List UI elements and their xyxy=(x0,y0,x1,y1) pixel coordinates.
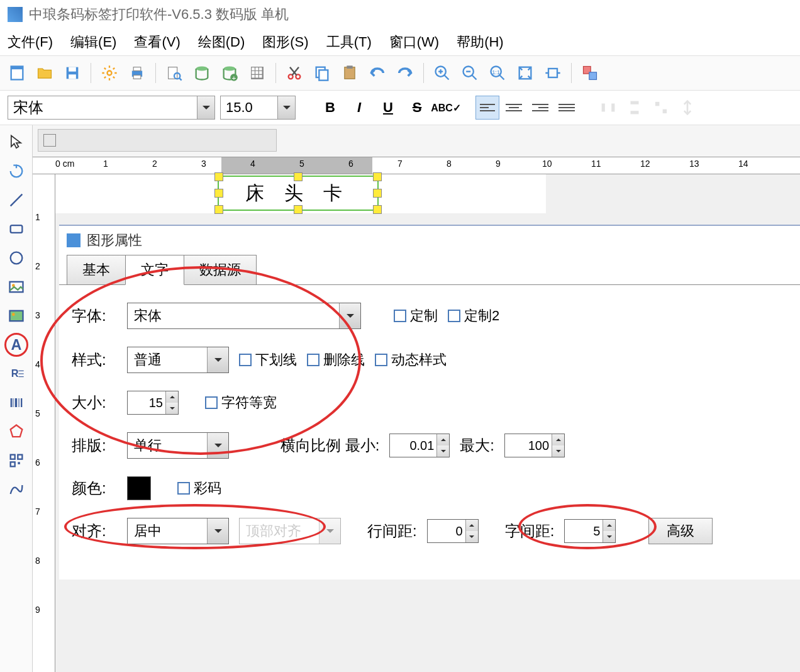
font-name-combo[interactable]: 宋体 xyxy=(8,96,215,120)
spin-up-icon[interactable] xyxy=(552,434,564,445)
bold-button[interactable]: B xyxy=(318,96,342,120)
resize-handle-br[interactable] xyxy=(373,205,382,214)
align-right-button[interactable] xyxy=(528,96,552,120)
menu-tool[interactable]: 工具(T) xyxy=(326,33,372,52)
menu-view[interactable]: 查看(V) xyxy=(134,33,180,52)
preview-button[interactable] xyxy=(162,61,186,85)
tab-basic[interactable]: 基本 xyxy=(67,255,126,285)
menu-draw[interactable]: 绘图(D) xyxy=(198,33,245,52)
size-spinner[interactable] xyxy=(127,391,179,415)
dropdown-arrow-icon[interactable] xyxy=(339,303,360,328)
select-tool[interactable] xyxy=(4,130,28,154)
zoom-reset-button[interactable]: 1:1 xyxy=(486,61,509,85)
tab-datasource[interactable]: 数据源 xyxy=(184,255,257,285)
align-left-button[interactable] xyxy=(475,96,499,120)
align-justify-button[interactable] xyxy=(555,96,579,120)
picture-tool[interactable] xyxy=(4,304,28,328)
color-swatch[interactable] xyxy=(127,476,151,500)
strike-button[interactable]: S xyxy=(405,96,429,120)
hratio-max-spinner[interactable] xyxy=(504,434,565,457)
print-button[interactable] xyxy=(125,61,149,85)
zoom-in-button[interactable] xyxy=(430,61,454,85)
strike-checkbox[interactable]: 删除线 xyxy=(307,350,365,369)
spin-up-icon[interactable] xyxy=(603,520,615,531)
grid-button[interactable] xyxy=(245,61,269,85)
menu-window[interactable]: 窗口(W) xyxy=(389,33,439,52)
spellcheck-button[interactable]: ABC✓ xyxy=(434,96,458,120)
richtext-tool[interactable]: R xyxy=(4,362,28,386)
char-spacing-spinner[interactable] xyxy=(564,519,616,543)
resize-handle-bl[interactable] xyxy=(214,205,223,214)
dropdown-arrow-icon[interactable] xyxy=(277,96,295,119)
spin-up-icon[interactable] xyxy=(466,520,478,531)
line-spacing-spinner[interactable] xyxy=(427,519,479,543)
resize-handle-tl[interactable] xyxy=(214,172,223,181)
tab-text[interactable]: 文字 xyxy=(125,255,184,285)
ellipse-tool[interactable] xyxy=(4,246,28,270)
underline-checkbox[interactable]: 下划线 xyxy=(239,350,297,369)
redo-button[interactable] xyxy=(393,61,417,85)
font-size-combo[interactable]: 15.0 xyxy=(220,96,296,120)
resize-handle-mr[interactable] xyxy=(373,189,382,198)
cut-button[interactable] xyxy=(282,61,306,85)
menu-edit[interactable]: 编辑(E) xyxy=(70,33,116,52)
hratio-min-spinner[interactable] xyxy=(389,434,450,457)
barcode-tool[interactable] xyxy=(4,391,28,415)
menu-help[interactable]: 帮助(H) xyxy=(457,33,504,52)
save-doc-button[interactable] xyxy=(60,61,84,85)
spin-up-icon[interactable] xyxy=(166,391,178,403)
image-tool[interactable] xyxy=(4,275,28,299)
layout-combo[interactable]: 单行 xyxy=(127,432,229,459)
undo-button[interactable] xyxy=(365,61,389,85)
open-doc-button[interactable] xyxy=(33,61,57,85)
spin-down-icon[interactable] xyxy=(166,403,178,414)
dropdown-arrow-icon[interactable] xyxy=(207,347,228,372)
dropdown-arrow-icon[interactable] xyxy=(207,518,228,544)
spin-down-icon[interactable] xyxy=(437,445,449,457)
database-add-button[interactable]: + xyxy=(218,61,242,85)
resize-handle-tm[interactable] xyxy=(294,172,303,181)
style-combo[interactable]: 普通 xyxy=(127,347,229,373)
copy-button[interactable] xyxy=(310,61,334,85)
menu-file[interactable]: 文件(F) xyxy=(8,33,53,52)
menu-graphic[interactable]: 图形(S) xyxy=(262,33,308,52)
monospace-checkbox[interactable]: 字符等宽 xyxy=(205,393,277,412)
spin-up-icon[interactable] xyxy=(437,434,449,445)
advanced-button[interactable]: 高级 xyxy=(648,518,713,544)
custom2-checkbox[interactable]: 定制2 xyxy=(448,306,499,325)
align-center-button[interactable] xyxy=(502,96,526,120)
database-button[interactable] xyxy=(190,61,214,85)
qrcode-tool[interactable] xyxy=(4,449,28,473)
underline-button[interactable]: U xyxy=(376,96,400,120)
rect-tool[interactable] xyxy=(4,217,28,241)
line-tool[interactable] xyxy=(4,188,28,212)
title-bar: 中琅条码标签打印软件-V6.5.3 数码版 单机 xyxy=(0,0,800,29)
resize-handle-ml[interactable] xyxy=(214,189,223,198)
align-combo[interactable]: 居中 xyxy=(127,518,229,544)
new-doc-button[interactable] xyxy=(5,61,29,85)
italic-button[interactable]: I xyxy=(347,96,371,120)
rotate-tool[interactable] xyxy=(4,159,28,183)
spin-down-icon[interactable] xyxy=(466,531,478,542)
document-tab[interactable] xyxy=(38,129,277,152)
spin-down-icon[interactable] xyxy=(552,445,564,457)
colorcode-checkbox[interactable]: 彩码 xyxy=(177,479,221,498)
resize-handle-tr[interactable] xyxy=(373,172,382,181)
text-object[interactable]: 床头卡 xyxy=(218,176,379,211)
zoom-out-button[interactable] xyxy=(458,61,482,85)
dropdown-arrow-icon[interactable] xyxy=(207,433,228,458)
spin-down-icon[interactable] xyxy=(603,531,615,542)
font-combo[interactable]: 宋体 xyxy=(127,303,361,329)
dropdown-arrow-icon[interactable] xyxy=(197,96,214,119)
curve-tool[interactable] xyxy=(4,478,28,501)
settings-button[interactable] xyxy=(97,61,121,85)
paste-button[interactable] xyxy=(338,61,362,85)
resize-handle-bm[interactable] xyxy=(294,205,303,214)
dynamic-style-checkbox[interactable]: 动态样式 xyxy=(375,350,447,369)
text-tool[interactable]: A xyxy=(4,333,28,357)
fit-screen-button[interactable] xyxy=(513,61,537,85)
group-button[interactable] xyxy=(578,61,602,85)
custom1-checkbox[interactable]: 定制 xyxy=(394,306,438,325)
fit-width-button[interactable] xyxy=(541,61,565,85)
polygon-tool[interactable] xyxy=(4,420,28,444)
